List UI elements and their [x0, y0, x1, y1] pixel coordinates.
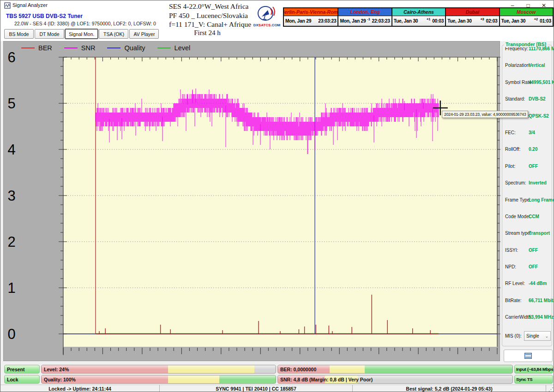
clock-city-label: London, Eng — [338, 8, 391, 16]
clock-utc-offset: -1 — [367, 17, 371, 21]
clock-city-label: Moscow — [500, 8, 553, 16]
clock-date: Tue, Jan 30 — [447, 18, 472, 24]
transponder-row: Polarization:Vertical — [502, 61, 552, 78]
app-icon — [4, 2, 11, 9]
clock-berlin-paris-vienna-roma: Berlin-Paris-Vienna-RomaMon, Jan 2923:03… — [284, 8, 337, 26]
transponder-row: CarrierWidth:53,994 MHz — [502, 313, 552, 330]
logo-text-dx: DX — [253, 23, 259, 27]
transponder-param-label: FEC: — [505, 130, 516, 135]
transponder-param-label: RollOff: — [505, 147, 520, 152]
transponder-row: Pilot:OFF — [502, 162, 552, 179]
stream-list-button[interactable] — [504, 350, 553, 362]
transponder-param-value: OFF — [529, 248, 538, 253]
transponder-row: RollOff:0.20 — [502, 145, 552, 162]
clock-date: Tue, Jan 30 — [394, 18, 418, 24]
clock-time: Tue, Jan 30+302:03 — [446, 16, 499, 26]
signal-chart-panel: 0123456 BERSNRQualityLevel — [3, 41, 500, 361]
chevron-down-icon: ⌄ — [545, 334, 548, 339]
transponder-row: Stream type:Transport — [502, 229, 552, 246]
resize-grip[interactable]: ⋰ — [546, 385, 554, 392]
signal-analyzer-window: { "window":{ "title":"Signal Analyzer", … — [0, 0, 554, 392]
meter-bar: BER: 0,0000000 — [277, 365, 513, 374]
satellite-line1: SES 4-22.0°W_West Africa — [169, 2, 251, 11]
legend-item-ber: BER — [21, 44, 52, 52]
transponder-param-label: ISSYI: — [505, 248, 518, 253]
dxsatcs-logo: DXSATCS.COM — [253, 5, 282, 28]
legend-label: BER — [38, 44, 52, 52]
legend-label: Level — [175, 44, 191, 52]
transponder-row: Spectrum:Inverted — [502, 179, 552, 196]
y-axis-label: 3 — [7, 188, 15, 204]
legend-item-snr: SNR — [64, 44, 96, 52]
svg-text:DXSATCS.COM: DXSATCS.COM — [253, 23, 281, 27]
tuner-details: 22.0W - SES 4 (ID: 3380) @ LOF1: 9750000… — [14, 21, 156, 26]
transponder-param-label: NPD: — [505, 264, 516, 269]
status-bar: Locked -> Uptime: 24:11:44 SYNC 9941 | T… — [0, 385, 554, 392]
y-axis-label: 0 — [7, 326, 15, 342]
satellite-line2: PF 450 _ Lucenec/Slovakia — [169, 11, 251, 20]
world-clocks: Berlin-Paris-Vienna-RomaMon, Jan 2923:03… — [283, 7, 554, 27]
y-axis-label: 2 — [7, 234, 15, 250]
status-badge-input-63-84-mbps-: Input (~63,84 Mbps) — [514, 365, 553, 374]
mis-selected-value: Single — [526, 333, 539, 339]
clock-cairo-athens: Cairo-AthensTue, Jan 30+100:03 — [391, 8, 445, 26]
transponder-row: Code Mode:CCM — [502, 213, 552, 229]
transponder-param-label: BitRate: — [505, 298, 522, 303]
clock-city-label: Cairo-Athens — [392, 8, 445, 16]
mode-tabs: BS ModeDT ModeSignal Mon.TSA (OK)AV Play… — [4, 29, 159, 39]
transponder-param-value: OFF — [529, 264, 538, 269]
transponder-row: Standard:DVB-S2 — [502, 95, 552, 112]
window-title: Signal Analyzer — [12, 2, 48, 8]
meter-bar: Level: 24% — [41, 365, 276, 374]
clock-value: 01:03 — [540, 18, 551, 24]
satellite-dish-icon: DXSATCS.COM — [253, 5, 282, 28]
legend-item-quality: Quality — [107, 44, 145, 52]
status-best-signal: Best signal: 5,2 dB (2024-01-29 05:43) — [353, 385, 546, 392]
transponder-param-value: Transport — [529, 231, 550, 236]
y-axis-label: 6 — [7, 49, 15, 65]
transponder-param-label: RF Level: — [505, 281, 525, 286]
clock-value: 02:03 — [486, 18, 498, 24]
meter-bar-label: Quality: 100% — [44, 377, 76, 382]
clock-city-label: Berlin-Paris-Vienna-Roma — [284, 8, 337, 16]
tab-av-player[interactable]: AV Player — [129, 29, 159, 39]
tab-bs-mode[interactable]: BS Mode — [4, 29, 34, 39]
y-axis-label: 4 — [7, 142, 15, 158]
transponder-row: NPD:OFF — [502, 263, 552, 279]
transponder-param-value: CCM — [529, 214, 539, 219]
transponder-param-value: Inverted — [529, 180, 547, 185]
tab-tsa-ok-[interactable]: TSA (OK) — [99, 29, 128, 39]
clock-utc-offset: +3 — [480, 17, 485, 21]
clock-date: Tue, Jan 30 — [501, 18, 526, 24]
signal-chart[interactable]: 0123456 — [4, 42, 500, 362]
legend-line-swatch — [64, 48, 78, 49]
tuner-name: TBS 5927 USB DVB-S2 Tuner — [6, 13, 83, 19]
chart-legend: BERSNRQualityLevel — [21, 43, 190, 53]
transponder-param-value: QPSK-S2 — [529, 113, 549, 119]
transponder-param-value: 66,711 Mbit/s — [529, 298, 554, 303]
clock-time: Tue, Jan 30+201:03 — [500, 16, 553, 26]
clock-utc-offset: +2 — [534, 17, 539, 21]
legend-line-swatch — [21, 48, 35, 49]
transponder-param-value: Vertical — [529, 63, 545, 68]
transponder-param-label: Standard: — [505, 96, 525, 101]
tab-dt-mode[interactable]: DT Mode — [35, 29, 64, 39]
status-badge-sync-ts: Sync TS — [514, 375, 553, 384]
transponder-row: FEC:3/4 — [502, 129, 552, 145]
clock-time: Mon, Jan 2923:03:23 — [284, 16, 337, 26]
transponder-param-label: Code Mode: — [505, 214, 530, 219]
legend-line-swatch — [107, 48, 120, 49]
transponder-title: Transponder [BS] — [504, 42, 548, 47]
clock-london-eng: London, EngMon, Jan 29-122:03:23 — [337, 8, 391, 26]
y-axis-label: 1 — [7, 280, 15, 296]
mis-select[interactable]: Single ⌄ — [524, 331, 551, 341]
clock-time: Mon, Jan 29-122:03:23 — [338, 16, 391, 26]
clock-date: Mon, Jan 29 — [340, 18, 366, 24]
clock-time: Tue, Jan 30+100:03 — [392, 16, 445, 26]
y-axis-label: 5 — [7, 95, 15, 112]
status-badge-present: Present — [4, 365, 40, 374]
tab-signal-mon-[interactable]: Signal Mon. — [65, 29, 98, 39]
transponder-row: BitRate:66,711 Mbit/s — [502, 297, 552, 313]
transponder-row: Frequency:11170,866 MHz — [502, 45, 552, 61]
meter-bar: SNR: 4,8 dB (Margin: 0,8 dB | Very Poor) — [277, 375, 513, 384]
